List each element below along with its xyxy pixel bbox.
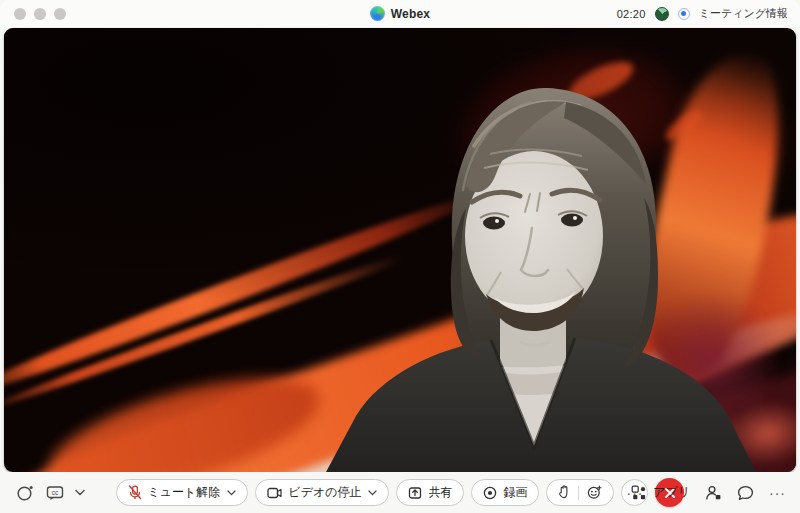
video-stage (4, 28, 796, 472)
control-bar-left: cc (16, 484, 85, 502)
chat-icon[interactable] (737, 485, 754, 501)
apps-icon (631, 485, 647, 501)
unmute-label: ミュート解除 (148, 484, 221, 501)
titlebar-title: Webex (370, 6, 430, 21)
chevron-down-icon[interactable] (75, 489, 85, 496)
meeting-timer: 02:20 (617, 8, 646, 20)
raise-hand-icon[interactable] (558, 485, 570, 500)
webex-logo (370, 6, 385, 21)
camera-icon (267, 487, 282, 499)
mic-muted-icon (128, 485, 142, 500)
reactions-group (546, 479, 614, 506)
webex-meeting-window: Webex 02:20 ミーティング情報 (0, 0, 800, 513)
participant-video (4, 28, 796, 472)
apps-button[interactable]: アプリ (631, 484, 690, 501)
reactions-icon[interactable] (587, 485, 602, 500)
share-button[interactable]: 共有 (396, 479, 464, 506)
titlebar-right: 02:20 ミーティング情報 (617, 0, 788, 27)
window-close-button[interactable] (14, 8, 26, 20)
window-zoom-button[interactable] (54, 8, 66, 20)
titlebar: Webex 02:20 ミーティング情報 (0, 0, 800, 27)
window-minimize-button[interactable] (34, 8, 46, 20)
control-bar-center: ミュート解除 ビデオの停止 (116, 478, 685, 507)
meeting-info-label[interactable]: ミーティング情報 (699, 6, 788, 21)
app-title: Webex (391, 7, 430, 21)
more-icon[interactable]: ··· (769, 486, 786, 500)
svg-text:cc: cc (52, 489, 59, 496)
network-quality-icon[interactable] (655, 7, 669, 21)
record-button[interactable]: 録画 (471, 479, 539, 506)
record-label: 録画 (503, 484, 527, 501)
closed-captions-icon[interactable]: cc (46, 485, 64, 501)
apps-label: アプリ (653, 484, 690, 501)
share-label: 共有 (428, 484, 452, 501)
stop-video-label: ビデオの停止 (288, 484, 361, 501)
record-icon (483, 486, 497, 500)
control-bar: cc ミュート解除 (0, 472, 800, 513)
window-controls (14, 0, 66, 27)
assistant-icon[interactable] (16, 484, 35, 502)
divider (578, 486, 579, 500)
chevron-down-icon[interactable] (227, 490, 236, 496)
control-bar-right: アプリ ··· (631, 484, 786, 501)
chevron-down-icon[interactable] (368, 490, 377, 496)
unmute-button[interactable]: ミュート解除 (116, 479, 249, 506)
participants-icon[interactable] (705, 485, 722, 501)
stop-video-button[interactable]: ビデオの停止 (255, 479, 389, 506)
meeting-info-icon[interactable] (678, 8, 690, 20)
share-icon (408, 486, 422, 500)
